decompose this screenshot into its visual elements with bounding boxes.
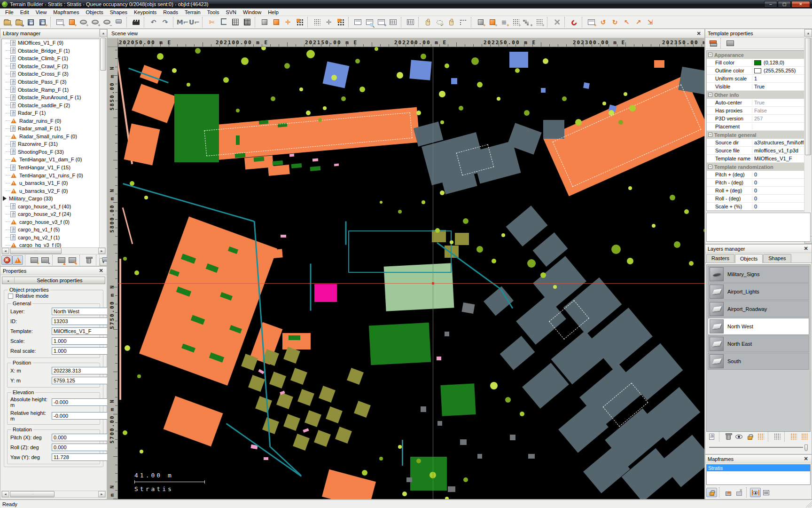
library-item[interactable]: Radar_Small_ruins_F (0) [2,133,105,141]
map-tree[interactable] [241,57,249,65]
map-tree[interactable] [375,47,378,51]
map-tree[interactable] [416,111,421,115]
map-object[interactable] [264,457,268,460]
library-item[interactable]: TentHangar_V1_ruins_F (0) [2,171,105,179]
library-item[interactable]: cargo_house_v2_f (24) [2,210,105,218]
map-object[interactable] [304,410,321,427]
map-tree[interactable] [172,68,177,73]
map-tree[interactable] [137,374,141,378]
map-tree[interactable] [440,190,445,195]
preview-clapper[interactable] [130,17,142,28]
grid-row[interactable]: Roll + (deg)0 [707,187,810,195]
object-cube-gray[interactable] [258,17,270,28]
library-delete[interactable] [83,255,94,265]
layer-item-north-east[interactable]: North East [708,335,809,352]
grid-row[interactable]: Source filemiloffices_v1_f.p3d [707,147,810,155]
cut-tool[interactable]: ✄ [206,17,218,28]
map-tree[interactable] [520,412,524,416]
map-object[interactable] [354,401,371,418]
frame-zoom[interactable]: 🔍 [364,17,375,28]
map-object[interactable] [583,82,590,89]
template-book-icon[interactable] [724,38,736,48]
filter-warnings[interactable] [12,255,23,265]
map-object[interactable] [276,392,293,409]
layer-move-3[interactable] [810,432,812,441]
map-tree[interactable] [445,64,449,68]
library-edit[interactable]: ✎ [67,255,78,265]
layer-item-military_signs[interactable]: Military_Signs [708,266,809,283]
library-item[interactable]: Obstacle_Bridge_F (1) [2,47,105,55]
frame-new[interactable] [352,17,364,28]
scene-close-icon[interactable]: ✕ [695,31,702,37]
layer-new[interactable] [706,432,717,441]
map-object[interactable] [410,457,447,491]
map-tree[interactable] [497,97,500,101]
layer-move-1[interactable] [788,432,799,441]
grid-row[interactable]: Pitch + (deg)0 [707,171,810,179]
map-object[interactable] [477,454,482,459]
map-tree[interactable] [261,47,266,50]
map-object[interactable] [319,386,336,403]
open-project[interactable]: ➜ [13,17,25,28]
map-tree[interactable] [505,397,511,403]
map-object[interactable] [440,383,476,416]
menu-window[interactable]: Window [240,9,265,16]
layer-item-airport_lights[interactable]: Airport_Lights [708,283,809,300]
map-object[interactable] [281,235,286,238]
map-object[interactable] [541,88,546,93]
map-object[interactable] [283,414,300,431]
map-object[interactable] [406,477,412,482]
map-tree[interactable] [380,201,383,204]
library-item[interactable]: cargo_house_v3_f (0) [2,218,105,226]
map-object[interactable] [461,302,475,314]
map-tree[interactable] [323,106,327,110]
map-object[interactable] [409,60,431,80]
grid-row[interactable]: Source dira3\structures_f\mil\offi [707,139,810,147]
grid-row[interactable]: Roll - (deg)0 [707,195,810,203]
magnet[interactable] [568,17,580,28]
library-item[interactable]: u_barracks_V1_F (0) [2,179,105,187]
map-object[interactable] [335,427,352,444]
grid-row[interactable]: P3D version257 [707,115,810,123]
maximize-button[interactable]: ▢ [778,1,791,8]
layers-close-icon[interactable]: ✕ [803,246,809,252]
grid-group-appearance[interactable]: −Appearance [707,51,810,59]
transform-y[interactable]: ↗ [632,17,644,28]
map-object[interactable] [451,78,457,84]
map-tree[interactable] [140,450,143,453]
grid-row[interactable]: Placement [707,123,810,131]
map-object[interactable] [310,166,321,171]
map-object[interactable] [437,421,442,426]
map-tree[interactable] [130,181,134,186]
properties-hscrollbar[interactable]: ◄ ► [1,491,106,498]
map-tree[interactable] [476,246,483,253]
map-tree[interactable] [318,118,322,122]
map-tree[interactable] [471,57,479,65]
library-hscrollbar[interactable]: ◄ ► [1,247,106,254]
map-tree[interactable] [524,110,530,116]
map-tree[interactable] [684,209,689,214]
map-object[interactable] [509,52,528,68]
library-item[interactable]: TentHangar_V1_dam_F (0) [2,156,105,164]
map-object[interactable] [124,123,160,165]
map-object[interactable] [268,165,290,176]
grid-orange-dots[interactable] [294,17,305,28]
map-object[interactable] [312,158,318,161]
map-object[interactable] [347,368,364,385]
map-tree[interactable] [652,224,656,228]
add-dot-grid[interactable]: + [510,17,522,28]
collapse-box-icon[interactable]: − [708,53,712,57]
map-object[interactable] [122,207,133,244]
rotate-ccw[interactable]: ↺ [597,17,609,28]
map-tree[interactable] [492,259,496,263]
map-tree[interactable] [609,110,614,116]
map-tree[interactable] [540,272,546,278]
map-tree[interactable] [629,105,636,111]
map-tree[interactable] [397,72,403,79]
grid-group-template-randomization[interactable]: −Template randomization [707,163,810,171]
library-item[interactable]: Obstacle_Crawl_F (2) [2,63,105,71]
library-item[interactable]: cargo_house_v1_f (40) [2,202,105,210]
map-tree[interactable] [515,68,520,73]
map-object[interactable] [314,284,337,302]
ui-mode[interactable]: U⌐ [188,17,200,28]
